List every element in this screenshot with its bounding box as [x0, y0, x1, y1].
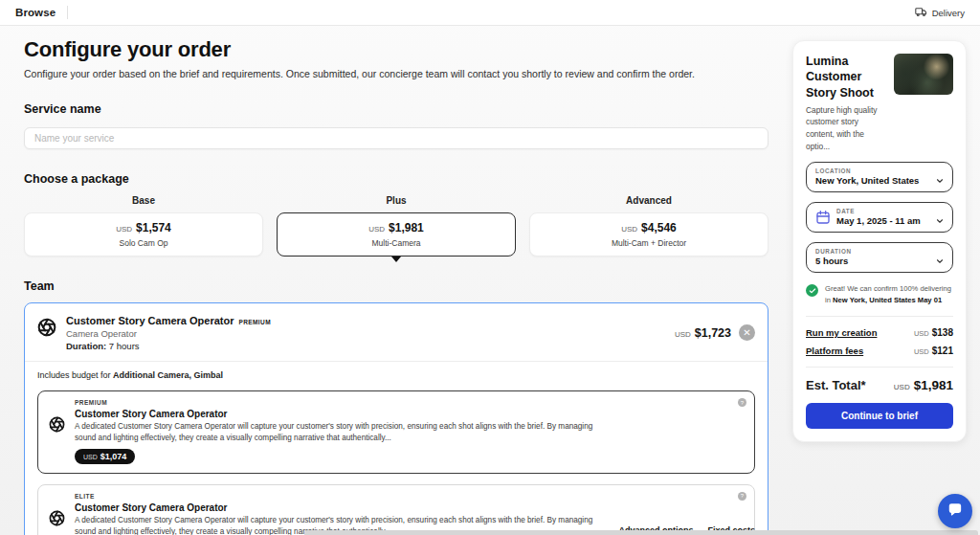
- package-subtitle: Multi-Camera: [371, 238, 420, 248]
- package-column-base: Base USD $1,574 Solo Cam Op: [24, 195, 263, 256]
- location-select[interactable]: LOCATION New York, United States: [806, 162, 953, 192]
- main-content: Configure your order Configure your orde…: [24, 26, 768, 535]
- date-select[interactable]: DATE May 1, 2025 - 11 am: [806, 202, 953, 233]
- package-subtitle: Multi-Cam + Director: [612, 238, 686, 248]
- team-member-card: Customer Story Camera Operator PREMIUM C…: [24, 302, 768, 535]
- aperture-icon: [37, 318, 56, 337]
- package-tier-label: Advanced: [529, 195, 768, 206]
- option-title: Customer Story Camera Operator: [75, 502, 727, 513]
- platform-fees-link[interactable]: Platform fees: [806, 346, 863, 356]
- fee-amount: $138: [932, 327, 953, 338]
- option-description: A dedicated Customer Story Camera Operat…: [75, 421, 615, 444]
- package-price: $1,574: [136, 221, 171, 234]
- chevron-down-icon: [935, 253, 945, 262]
- package-subtitle: Solo Cam Op: [119, 238, 167, 248]
- package-grid: Base USD $1,574 Solo Cam Op Plus USD $1,…: [24, 195, 768, 256]
- order-summary-panel: Lumina Customer Story Shoot Capture high…: [792, 40, 967, 442]
- includes-value: Additional Camera, Gimbal: [113, 370, 223, 380]
- currency-label: USD: [914, 329, 929, 338]
- team-card-divider: [25, 361, 768, 362]
- team-member-tier-badge: PREMIUM: [238, 319, 271, 325]
- currency-label: USD: [621, 225, 637, 234]
- option-tier-label: ELITE: [75, 493, 727, 500]
- project-thumbnail: [894, 54, 953, 95]
- date-label: DATE: [836, 208, 929, 214]
- package-card-advanced[interactable]: USD $4,546 Multi-Cam + Director: [529, 212, 768, 256]
- top-bar: Browse Delivery: [0, 0, 980, 26]
- option-price-pill: USD $1,074: [75, 449, 135, 464]
- delivery-button[interactable]: Delivery: [915, 6, 965, 20]
- currency-label: USD: [368, 225, 385, 234]
- run-my-creation-link[interactable]: Run my creation: [806, 327, 877, 338]
- package-tier-label: Base: [24, 195, 263, 206]
- package-price: $4,546: [641, 221, 677, 234]
- option-title: Customer Story Camera Operator: [75, 409, 727, 419]
- date-value: May 1, 2025 - 11 am: [836, 215, 929, 226]
- team-member-price: $1,723: [695, 326, 731, 340]
- chat-widget-button[interactable]: [938, 494, 972, 528]
- page-subtitle: Configure your order based on the brief …: [24, 68, 768, 79]
- location-label: LOCATION: [815, 167, 929, 174]
- topbar-divider: [67, 6, 68, 19]
- currency-label: USD: [83, 454, 98, 460]
- sidebar-divider: [806, 316, 953, 317]
- currency-label: USD: [914, 347, 929, 356]
- location-value: New York, United States: [815, 175, 929, 186]
- package-card-plus[interactable]: USD $1,981 Multi-Camera: [277, 212, 516, 256]
- currency-label: USD: [675, 330, 691, 339]
- info-icon[interactable]: ?: [738, 398, 746, 407]
- package-column-advanced: Advanced USD $4,546 Multi-Cam + Director: [529, 195, 768, 256]
- team-member-role: Camera Operator: [66, 328, 271, 339]
- chat-icon: [947, 502, 964, 522]
- duration-label: Duration:: [66, 341, 106, 351]
- package-card-base[interactable]: USD $1,574 Solo Cam Op: [24, 212, 263, 256]
- team-label: Team: [24, 279, 768, 293]
- option-price: $1,074: [100, 452, 127, 461]
- continue-to-brief-button[interactable]: Continue to brief: [806, 403, 953, 429]
- estimated-total-row: Est. Total* USD $1,981: [806, 378, 953, 392]
- chevron-down-icon: [935, 172, 945, 182]
- duration-label: DURATION: [815, 248, 929, 255]
- package-price: $1,981: [389, 221, 424, 234]
- team-member-title: Customer Story Camera Operator: [66, 315, 234, 326]
- option-card-premium[interactable]: PREMIUM Customer Story Camera Operator A…: [37, 390, 755, 474]
- delivery-truck-icon: [915, 6, 927, 20]
- currency-label: USD: [116, 225, 132, 234]
- package-column-plus: Plus USD $1,981 Multi-Camera: [277, 195, 516, 256]
- project-description: Capture high quality customer story cont…: [806, 104, 886, 152]
- option-tier-label: PREMIUM: [75, 399, 727, 406]
- choose-package-label: Choose a package: [24, 172, 768, 186]
- total-label: Est. Total*: [806, 378, 866, 392]
- fee-row-run-my-creation: Run my creation USD $138: [806, 327, 953, 338]
- sidebar-divider: [806, 367, 953, 368]
- chevron-down-icon: [935, 212, 945, 222]
- nav-browse[interactable]: Browse: [15, 7, 56, 18]
- duration-select[interactable]: DURATION 5 hours: [806, 242, 953, 273]
- duration-value: 5 hours: [815, 256, 929, 266]
- package-tier-label: Plus: [277, 195, 516, 206]
- service-name-label: Service name: [24, 102, 768, 116]
- confirmation-highlight: New York, United States May 01: [833, 296, 942, 304]
- duration-value: 7 hours: [109, 341, 140, 351]
- remove-team-member-button[interactable]: ✕: [739, 324, 755, 341]
- currency-label: USD: [894, 383, 910, 391]
- aperture-icon: [49, 510, 65, 526]
- page-title: Configure your order: [24, 37, 768, 62]
- includes-label: Includes budget for: [37, 370, 111, 380]
- check-circle-icon: [806, 284, 818, 297]
- fee-amount: $121: [932, 346, 953, 356]
- fee-row-platform-fees: Platform fees USD $121: [806, 346, 953, 356]
- info-icon[interactable]: ?: [738, 492, 746, 501]
- calendar-icon: [815, 210, 831, 225]
- aperture-icon: [49, 416, 65, 433]
- project-title: Lumina Customer Story Shoot: [806, 54, 886, 100]
- horizontal-scrollbar[interactable]: [304, 530, 978, 535]
- delivery-label: Delivery: [932, 8, 965, 18]
- delivery-confirmation: Great! We can confirm 100% delivering in…: [806, 283, 953, 305]
- service-name-input[interactable]: [24, 127, 768, 149]
- total-amount: $1,981: [914, 378, 953, 392]
